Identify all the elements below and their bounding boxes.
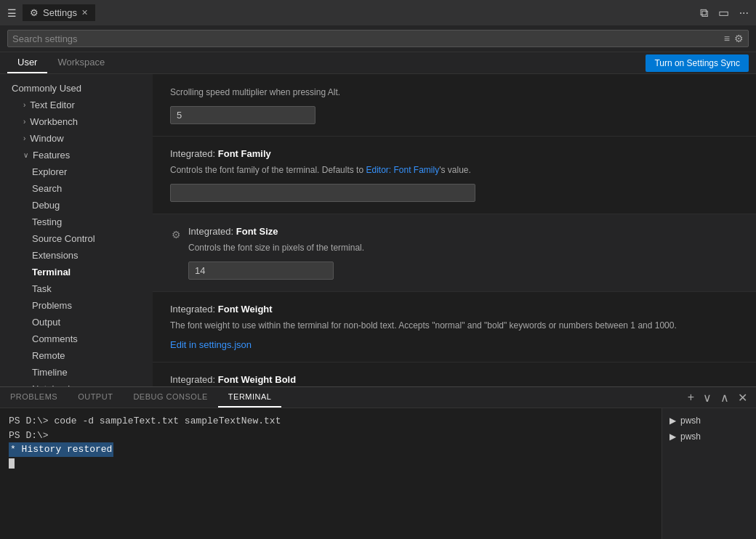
title-bar-left: ☰ ⚙ Settings ✕ bbox=[7, 4, 95, 21]
sidebar-item-timeline[interactable]: Timeline bbox=[0, 364, 153, 381]
sidebar-item-terminal[interactable]: Terminal bbox=[0, 264, 153, 280]
setting-font-family: Integrated: Font Family Controls the fon… bbox=[153, 137, 756, 214]
settings-menu-icon: ☰ bbox=[7, 7, 17, 19]
sidebar: Commonly Used › Text Editor › Workbench … bbox=[0, 74, 153, 386]
terminal-cursor bbox=[9, 458, 15, 469]
terminal-body: PS D:\> code -d sampleText.txt sampleTex… bbox=[0, 408, 756, 539]
font-family-description: Controls the font family of the terminal… bbox=[170, 163, 739, 177]
sidebar-label: Remote bbox=[32, 350, 65, 361]
font-family-title: Integrated: Font Family bbox=[170, 148, 739, 159]
font-weight-bold-title: Integrated: Font Weight Bold bbox=[170, 374, 739, 385]
sidebar-item-search[interactable]: Search bbox=[0, 180, 153, 197]
tab-workspace[interactable]: Workspace bbox=[47, 52, 115, 73]
sidebar-label: Source Control bbox=[32, 233, 95, 244]
search-input-wrapper: ≡ ⚙ bbox=[7, 30, 749, 47]
sidebar-item-task[interactable]: Task bbox=[0, 280, 153, 297]
editor-layout-icon[interactable]: ▭ bbox=[718, 6, 729, 20]
tab-debug-console[interactable]: DEBUG CONSOLE bbox=[123, 387, 217, 408]
sidebar-label: Timeline bbox=[32, 367, 68, 378]
sidebar-item-workbench[interactable]: › Workbench bbox=[0, 113, 153, 130]
settings-tabs-left: User Workspace bbox=[7, 52, 115, 73]
settings-tab-icon: ⚙ bbox=[30, 7, 39, 18]
font-size-title: Integrated: Font Size bbox=[188, 226, 739, 237]
terminal-highlight-text: * History restored bbox=[9, 442, 113, 457]
tab-output[interactable]: OUTPUT bbox=[68, 387, 123, 408]
tab-user[interactable]: User bbox=[7, 52, 47, 73]
chevron-icon: › bbox=[23, 118, 25, 126]
scroll-speed-input[interactable] bbox=[170, 106, 315, 124]
settings-content: Scrolling speed multiplier when pressing… bbox=[153, 74, 756, 386]
settings-sort-icon[interactable]: ⚙ bbox=[734, 33, 744, 44]
main-content: Commonly Used › Text Editor › Workbench … bbox=[0, 74, 756, 386]
sidebar-item-window[interactable]: › Window bbox=[0, 130, 153, 147]
sidebar-item-problems[interactable]: Problems bbox=[0, 297, 153, 314]
setting-font-weight: Integrated: Font Weight The font weight … bbox=[153, 292, 756, 362]
sidebar-label: Problems bbox=[32, 300, 72, 311]
terminal-instance-2[interactable]: ▶ pwsh bbox=[662, 429, 756, 445]
panel-tabs: PROBLEMS OUTPUT DEBUG CONSOLE TERMINAL +… bbox=[0, 387, 756, 408]
terminal-instance-1[interactable]: ▶ pwsh bbox=[662, 413, 756, 429]
terminal-line-1: PS D:\> code -d sampleText.txt sampleTex… bbox=[9, 414, 653, 429]
font-size-body: Integrated: Font Size Controls the font … bbox=[188, 226, 739, 280]
sidebar-label: Output bbox=[32, 317, 60, 328]
sidebar-item-notebook[interactable]: Notebook bbox=[0, 381, 153, 386]
font-size-description: Controls the font size in pixels of the … bbox=[188, 241, 739, 254]
terminal-line-3: * History restored bbox=[9, 442, 653, 457]
tab-problems[interactable]: PROBLEMS bbox=[0, 387, 68, 408]
sidebar-label: Explorer bbox=[32, 166, 67, 177]
sidebar-item-extensions[interactable]: Extensions bbox=[0, 247, 153, 264]
sidebar-label: Window bbox=[30, 133, 63, 144]
chevron-icon: › bbox=[23, 134, 25, 142]
search-bar-area: ≡ ⚙ bbox=[0, 25, 756, 52]
font-size-input[interactable] bbox=[188, 262, 334, 280]
settings-tabs-row: User Workspace Turn on Settings Sync bbox=[0, 52, 756, 74]
sidebar-item-features[interactable]: ∨ Features bbox=[0, 147, 153, 163]
panel-tabs-right: + ∨ ∧ ✕ bbox=[685, 389, 756, 406]
settings-tab-label: Settings bbox=[43, 7, 77, 18]
terminal-split-icon[interactable]: ∨ bbox=[700, 389, 715, 406]
search-icons: ≡ ⚙ bbox=[724, 33, 744, 44]
font-size-gear-button[interactable]: ⚙ bbox=[170, 227, 182, 242]
terminal-line-2: PS D:\> bbox=[9, 429, 653, 443]
sidebar-item-comments[interactable]: Comments bbox=[0, 331, 153, 347]
sidebar-label: Commonly Used bbox=[12, 83, 81, 94]
sidebar-item-source-control[interactable]: Source Control bbox=[0, 230, 153, 247]
sidebar-item-testing[interactable]: Testing bbox=[0, 214, 153, 230]
terminal-instance-label-1: pwsh bbox=[680, 416, 701, 426]
panel-maximize-icon[interactable]: ∧ bbox=[717, 389, 732, 406]
sidebar-item-output[interactable]: Output bbox=[0, 314, 153, 331]
settings-filter-icon[interactable]: ≡ bbox=[724, 33, 730, 44]
sidebar-label: Features bbox=[33, 150, 70, 161]
sidebar-item-commonly-used[interactable]: Commonly Used bbox=[0, 80, 153, 97]
sidebar-item-debug[interactable]: Debug bbox=[0, 197, 153, 214]
new-terminal-icon[interactable]: + bbox=[685, 389, 697, 405]
font-size-gear-row: ⚙ Integrated: Font Size Controls the fon… bbox=[170, 226, 739, 280]
sidebar-item-explorer[interactable]: Explorer bbox=[0, 163, 153, 180]
scroll-speed-description: Scrolling speed multiplier when pressing… bbox=[170, 86, 739, 99]
panel-close-icon[interactable]: ✕ bbox=[735, 389, 750, 406]
panel-tabs-left: PROBLEMS OUTPUT DEBUG CONSOLE TERMINAL bbox=[0, 387, 281, 408]
setting-font-size: ⚙ Integrated: Font Size Controls the fon… bbox=[153, 214, 756, 292]
sidebar-label: Text Editor bbox=[30, 100, 74, 110]
terminal-main[interactable]: PS D:\> code -d sampleText.txt sampleTex… bbox=[0, 408, 662, 539]
sidebar-item-text-editor[interactable]: › Text Editor bbox=[0, 97, 153, 113]
more-actions-icon[interactable]: ··· bbox=[739, 7, 749, 20]
terminal-instance-icon-2: ▶ bbox=[669, 431, 676, 442]
split-editor-icon[interactable]: ⧉ bbox=[700, 7, 708, 20]
font-family-link[interactable]: Editor: Font Family bbox=[366, 165, 439, 175]
sidebar-label: Testing bbox=[32, 216, 62, 227]
settings-tab[interactable]: ⚙ Settings ✕ bbox=[23, 4, 95, 21]
sidebar-item-remote[interactable]: Remote bbox=[0, 347, 153, 364]
search-input[interactable] bbox=[12, 33, 720, 44]
font-family-input[interactable] bbox=[170, 184, 475, 202]
terminal-instance-label-2: pwsh bbox=[680, 431, 701, 442]
tab-terminal[interactable]: TERMINAL bbox=[218, 387, 282, 408]
bottom-panel: PROBLEMS OUTPUT DEBUG CONSOLE TERMINAL +… bbox=[0, 386, 756, 539]
font-weight-description: The font weight to use within the termin… bbox=[170, 319, 739, 332]
sync-button[interactable]: Turn on Settings Sync bbox=[646, 54, 749, 72]
sidebar-label: Comments bbox=[32, 333, 78, 344]
settings-tab-close[interactable]: ✕ bbox=[81, 8, 88, 17]
terminal-cursor-line bbox=[9, 457, 653, 471]
font-weight-edit-link[interactable]: Edit in settings.json bbox=[170, 339, 252, 350]
sidebar-label: Search bbox=[32, 183, 62, 194]
